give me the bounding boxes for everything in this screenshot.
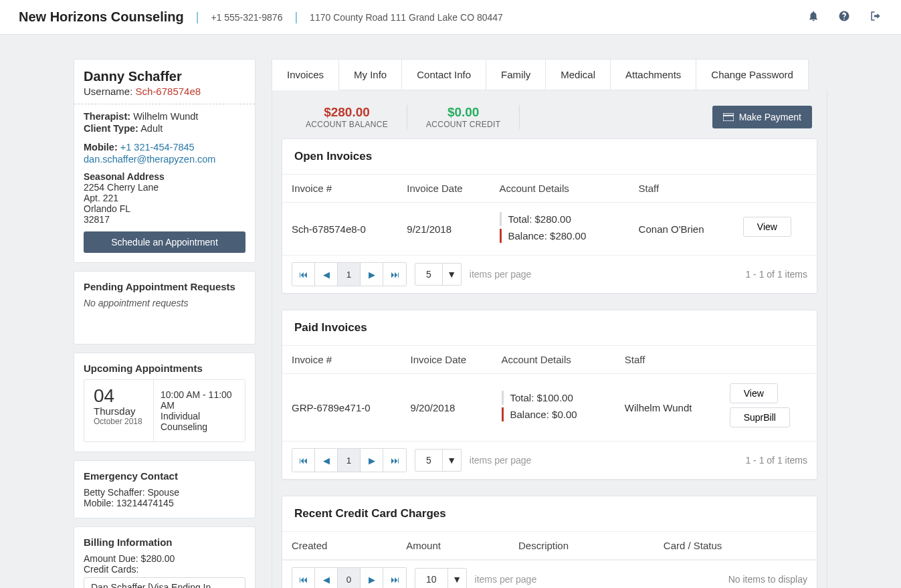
per-page-select[interactable]: 5 ▼ [415,449,462,472]
page-number[interactable]: 1 [338,263,361,286]
username-value: Sch-678574e8 [136,86,201,97]
balance-line: Balance: $280.00 [500,229,620,243]
header-phone: +1 555-321-9876 [211,12,282,23]
page-next-icon[interactable]: ▶ [361,263,383,286]
view-button[interactable]: View [730,383,778,403]
page-number[interactable]: 0 [338,568,361,588]
col-invoice-date: Invoice Date [401,346,492,374]
page-number[interactable]: 1 [338,449,361,472]
amount-due: Amount Due: $280.00 [84,553,245,564]
client-card: Danny Schaffer Username: Sch-678574e8 Th… [74,59,256,263]
tab-contact-info[interactable]: Contact Info [401,59,486,90]
paid-invoices-title: Paid Invoices [282,310,817,345]
client-name: Danny Schaffer [84,69,245,84]
account-balance-label: ACCOUNT BALANCE [306,120,388,129]
brand: New Horizons Counseling [19,9,184,25]
page-first-icon[interactable]: ⏮ [292,568,315,588]
appt-day: 04 [94,387,144,405]
view-button[interactable]: View [743,217,791,237]
per-page-select[interactable]: 10 ▼ [415,568,467,588]
tab-attachments[interactable]: Attachments [610,59,696,90]
page-last-icon[interactable]: ⏭ [383,263,406,286]
emergency-line: Mobile: 13214474145 [84,498,245,508]
separator: | [294,10,298,24]
appt-dow: Thursday [94,405,144,417]
addr-line: Apt. 221 [84,193,245,203]
bell-icon[interactable] [807,10,819,24]
address-label: Seasonal Address [84,171,245,182]
topbar: New Horizons Counseling | +1 555-321-987… [0,0,901,35]
page-first-icon[interactable]: ⏮ [292,263,315,286]
pending-title: Pending Appointment Requests [84,281,245,292]
upcoming-card: Upcoming Appointments 04 Thursday Octobe… [74,353,256,452]
upcoming-title: Upcoming Appointments [84,363,245,374]
appt-time: 10:00 AM - 11:00 AM [161,389,238,411]
pending-empty: No appointment requests [84,298,245,308]
col-staff: Staff [629,175,734,203]
page-next-icon[interactable]: ▶ [361,449,383,472]
make-payment-button[interactable]: Make Payment [712,106,812,128]
tab-invoices[interactable]: Invoices [272,59,339,90]
invoice-date: 9/21/2018 [397,203,490,256]
pager: ⏮ ◀ 1 ▶ ⏭ [292,262,407,286]
per-page-select[interactable]: 5 ▼ [415,263,462,286]
invoice-num: Sch-678574e8-0 [282,203,397,256]
appt-month: October 2018 [94,417,144,426]
per-page-label: items per page [475,574,537,585]
invoice-date: 9/20/2018 [401,374,492,442]
tabs: Invoices My Info Contact Info Family Med… [272,59,827,90]
page-last-icon[interactable]: ⏭ [383,449,406,472]
addr-line: Orlando FL [84,203,245,214]
help-icon[interactable] [838,10,850,24]
paid-invoices-card: Paid Invoices Invoice # Invoice Date Acc… [282,310,817,480]
page-first-icon[interactable]: ⏮ [292,449,315,472]
page-next-icon[interactable]: ▶ [361,568,383,588]
billing-card: Billing Information Amount Due: $280.00 … [74,526,256,588]
total-line: Total: $100.00 [502,391,606,405]
chevron-down-icon: ▼ [442,450,461,471]
col-amount: Amount [397,532,509,560]
schedule-button[interactable]: Schedule an Appointment [84,231,245,253]
cc-name: Dan Schaffer [Visa Ending In 4242] [91,582,230,588]
mobile-label: Mobile: [84,142,118,153]
appointment-item[interactable]: 04 Thursday October 2018 10:00 AM - 11:0… [84,379,245,442]
addr-line: 32817 [84,214,245,225]
col-invoice-num: Invoice # [282,346,401,374]
mobile-value[interactable]: +1 321-454-7845 [120,142,195,153]
page-last-icon[interactable]: ⏭ [383,568,406,588]
suprbill-button[interactable]: SuprBill [730,407,790,427]
table-row: GRP-6789e471-0 9/20/2018 Total: $100.00 … [282,374,817,442]
open-invoices-title: Open Invoices [282,139,817,174]
invoice-num: GRP-6789e471-0 [282,374,401,442]
credit-card-row: Dan Schaffer [Visa Ending In 4242] ✕ [84,577,245,588]
username-label: Username: [84,86,132,97]
tab-family[interactable]: Family [486,59,546,90]
pager: ⏮ ◀ 1 ▶ ⏭ [292,448,407,472]
per-page-label: items per page [470,455,532,466]
pager-info: 1 - 1 of 1 items [745,455,807,466]
table-row: Sch-678574e8-0 9/21/2018 Total: $280.00 … [282,203,817,256]
tab-medical[interactable]: Medical [545,59,611,90]
header-address: 1170 County Road 111 Grand Lake CO 80447 [310,12,503,23]
account-credit: $0.00 [426,105,500,120]
tab-my-info[interactable]: My Info [338,59,402,90]
logout-icon[interactable] [869,10,882,24]
pager-info: No items to display [728,574,807,585]
balance-line: Balance: $0.00 [502,407,606,421]
chevron-down-icon: ▼ [442,264,461,285]
page-prev-icon[interactable]: ◀ [315,568,338,588]
tab-change-password[interactable]: Change Password [696,59,809,90]
therapist-value: Wilhelm Wundt [133,111,198,122]
svg-rect-0 [723,113,734,121]
client-type-label: Client Type: [84,123,138,134]
account-balance: $280.00 [306,105,388,120]
page-prev-icon[interactable]: ◀ [315,449,338,472]
col-card-status: Card / Status [654,532,817,560]
emergency-title: Emergency Contact [84,470,245,482]
email-link[interactable]: dan.schaffer@therapyzen.com [84,154,215,165]
charges-title: Recent Credit Card Charges [282,496,817,531]
page-prev-icon[interactable]: ◀ [315,263,338,286]
separator: | [196,10,199,24]
per-page-label: items per page [470,269,532,280]
emergency-card: Emergency Contact Betty Schaffer: Spouse… [74,460,256,518]
